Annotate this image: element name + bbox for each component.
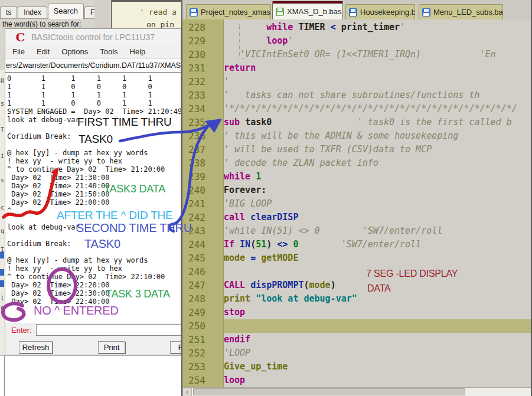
menu-file[interactable]: File [8, 46, 30, 57]
line-number: 245 [182, 251, 224, 265]
code-line[interactable]: 242call clearDISP [182, 211, 531, 224]
help-text-fragment: s [1, 177, 4, 184]
annotation-line: DATA [367, 283, 458, 294]
annotation-line: NO ^ ENTERED [34, 304, 119, 318]
line-number: 228 [182, 21, 224, 34]
basictools-titlebar[interactable]: C BASICtools control for LPC11U37 [5, 29, 181, 44]
code-line[interactable]: 243'while IN(51) <> 0 'SW7/enter/roll [182, 224, 531, 238]
terminal-line: 1 1 1 1 1 1 [7, 91, 181, 99]
menu-tools[interactable]: Tools [95, 46, 122, 57]
help-tab-index[interactable]: Index [18, 6, 47, 19]
editor-tab-menu_led_subs-bas[interactable]: Menu_LED_subs.bas× [419, 4, 503, 19]
code-text: stop [224, 306, 531, 319]
help-text-fragment: q [1, 305, 4, 311]
code-line[interactable]: 234'*/*/*/*/*/*/*/*/*/*/*/*/*/*/*/*/*/*/… [182, 102, 531, 116]
annotation-seg-display: 7 SEG -LED DISPLAYDATA [366, 269, 458, 294]
line-number: 238 [182, 156, 224, 170]
code-line[interactable]: 241'BIG LOOP [182, 197, 531, 211]
save-file-icon [349, 8, 357, 17]
help-tab-ts[interactable]: ts [0, 6, 17, 19]
code-line[interactable]: 246 [182, 265, 531, 279]
code-text: sub task0 ' task0 is the first called b [224, 116, 531, 129]
annotation-line: TASK0 [79, 133, 172, 146]
code-line[interactable]: 248print "look at debug-var" [182, 292, 531, 306]
code-line[interactable]: 251endif [182, 333, 531, 346]
code-line[interactable]: 245mode = getMODE [182, 251, 531, 265]
line-number: 250 [182, 319, 224, 333]
line-number: 249 [182, 306, 224, 319]
code-line[interactable]: 230 'VICIntEnSet0 OR= (1<<TIMER1_IRQn) '… [182, 48, 531, 61]
code-text: 'while IN(51) <> 0 'SW7/enter/roll [224, 224, 531, 238]
code-line[interactable]: 233' tasks can not share subroutines/fun… [182, 89, 531, 102]
code-line[interactable]: 238' decode the ZLAN packet info [182, 156, 531, 170]
menu-help[interactable]: Help [125, 46, 151, 57]
code-text: loop [224, 374, 531, 387]
line-number: 239 [182, 170, 224, 184]
code-line[interactable]: 235sub task0 ' task0 is the first called… [182, 116, 531, 129]
code-line[interactable]: 252'LOOP [182, 346, 531, 360]
line-number: 247 [182, 279, 224, 292]
code-line[interactable]: 247CALL dispPROMPT(mode) [182, 279, 531, 292]
help-text-fragment: il [1, 152, 5, 159]
code-text: call clearDISP [224, 211, 531, 224]
terminal-output[interactable]: 0 1 1 1 1 11 1 0 0 0 01 1 1 1 1 11 1 0 0… [5, 72, 181, 323]
editor-tab-bar: Project_notes_xmasd.txt×XMAS_D_b.bas×Hou… [182, 0, 531, 19]
code-line[interactable]: 228 while TIMER < print_timer' [182, 21, 531, 34]
terminal-line: SYSTEM ENGAGED = Day> 02 Time> 21:20:49 [7, 107, 181, 116]
background-code-line: ' read a [139, 8, 177, 17]
code-line[interactable]: 254loop [182, 374, 531, 387]
code-line[interactable]: 240Forever: [182, 184, 531, 197]
annotation-line: TASK0 [84, 237, 192, 251]
help-text-fragment: R [1, 78, 4, 84]
code-line[interactable]: 239while 1 [182, 170, 531, 184]
code-line[interactable]: 229 loop' [182, 34, 531, 48]
terminal-line: @ hex [yy] - dump at hex yy words [7, 256, 181, 264]
help-text-fragment: q [1, 228, 4, 234]
editor-body[interactable]: 228 while TIMER < print_timer'229 loop'2… [182, 19, 531, 387]
editor-tab-project_notes_xmasd-txt[interactable]: Project_notes_xmasd.txt× [186, 4, 271, 19]
save-file-icon [276, 8, 284, 16]
code-line[interactable]: 249stop [182, 306, 531, 319]
tab-label: Housekeeping.bas [360, 8, 415, 17]
line-number: 235 [182, 116, 224, 129]
scrollbar-thumb[interactable] [193, 388, 465, 395]
re-button[interactable]: Re [170, 341, 181, 354]
terminal-line: Day> 02 Time> 22:00:00 [7, 198, 181, 207]
refresh-button[interactable]: Refresh [19, 341, 53, 354]
help-text-fragment: T [1, 126, 4, 133]
menu-edit[interactable]: Edit [32, 46, 54, 57]
tab-label: Project_notes_xmasd.txt [201, 8, 271, 17]
code-line[interactable]: 236' this will be the ADMIN & some house… [182, 129, 531, 143]
help-text-fragment: c [1, 204, 4, 211]
code-line[interactable]: 232' [182, 75, 531, 89]
code-text: 'LOOP [224, 346, 531, 360]
help-tab-search[interactable]: Search [48, 4, 84, 19]
annotation-no-caret-entered: NO ^ ENTERED [34, 304, 119, 318]
help-text-fragment: I [1, 247, 4, 253]
editor-tab-housekeeping-bas[interactable]: Housekeeping.bas× [345, 4, 415, 19]
terminal-line: ! hex yy - write yy to hex [7, 264, 181, 273]
horizontal-scrollbar[interactable]: ‹ [182, 387, 531, 396]
code-text: ' tasks can not share subroutines/functi… [224, 89, 531, 102]
code-line[interactable]: 253Give_up_time [182, 360, 531, 374]
enter-label: Enter: [11, 326, 32, 335]
terminal-line: 1 1 0 0 1 1 [7, 99, 181, 107]
code-line[interactable]: 231return [182, 61, 531, 75]
annotation-first-time-thru: FIRST TIME THRUTASK0 [77, 116, 172, 146]
tab-label: XMAS_D_b.bas [287, 7, 342, 16]
help-content-border [4, 356, 5, 396]
annotation-line: FIRST TIME THRU [77, 116, 172, 129]
code-text: 'BIG LOOP [224, 197, 531, 211]
line-number: 248 [182, 292, 224, 306]
code-line[interactable]: 250 [182, 319, 531, 333]
save-file-icon [422, 8, 430, 17]
enter-input[interactable] [36, 324, 181, 336]
code-line[interactable]: 237' will be used to TXFR (CSV)data to M… [182, 143, 531, 156]
print-button[interactable]: Print [98, 341, 125, 354]
menu-options[interactable]: Options [57, 46, 93, 57]
code-text: loop' [224, 34, 531, 48]
editor-tab-xmas_d_b-bas[interactable]: XMAS_D_b.bas× [272, 1, 343, 19]
scroll-left-button[interactable]: ‹ [182, 388, 192, 396]
help-text-fragment: s [1, 100, 4, 107]
code-line[interactable]: 244If IN(51) <> 0 'SW7/enter/roll [182, 238, 531, 251]
